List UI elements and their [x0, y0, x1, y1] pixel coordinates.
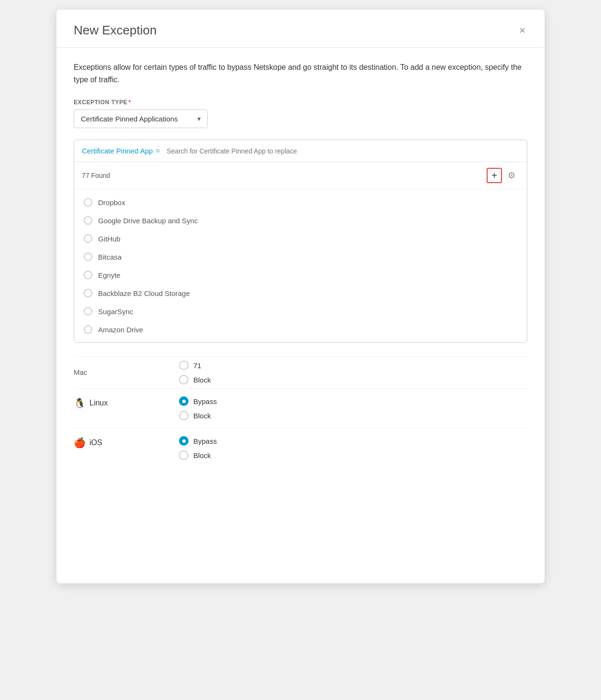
ios-block-row: Block	[179, 450, 217, 460]
linux-bypass-radio[interactable]	[179, 396, 189, 406]
description-text: Exceptions allow for certain types of tr…	[74, 61, 527, 86]
app-name-backblaze: Backblaze B2 Cloud Storage	[98, 289, 190, 297]
ios-bypass-row: Bypass	[179, 436, 217, 446]
search-input[interactable]	[163, 147, 519, 155]
app-name-bitcasa: Bitcasa	[98, 253, 122, 261]
linux-row: 🐧 Linux Bypass Block	[74, 388, 527, 428]
modal-container: New Exception × Exceptions allow for cer…	[56, 10, 545, 583]
list-item: Dropbox	[74, 193, 527, 211]
app-name-github: GitHub	[98, 235, 121, 243]
ios-block-label: Block	[193, 451, 211, 459]
required-indicator: *	[128, 99, 131, 106]
mac-label: Mac	[74, 368, 87, 376]
exception-type-field: EXCEPTION TYPE* Certificate Pinned Appli…	[74, 99, 527, 140]
mac-block-radio[interactable]	[179, 375, 189, 384]
mac-partial-value: 71	[193, 361, 201, 370]
linux-bypass-row: Bypass	[179, 396, 217, 406]
linux-platform-label: 🐧 Linux	[74, 396, 179, 409]
mac-partial-radio[interactable]	[179, 361, 189, 370]
ios-options: Bypass Block	[179, 436, 217, 460]
modal-header: New Exception ×	[56, 10, 545, 48]
radio-amazon-drive[interactable]	[84, 325, 92, 334]
list-item: Google Drive Backup and Sync	[74, 211, 527, 230]
list-toolbar: 77 Found + ⚙	[74, 162, 527, 189]
ios-block-radio[interactable]	[179, 450, 189, 460]
close-button[interactable]: ×	[517, 23, 527, 38]
list-item: Backblaze B2 Cloud Storage	[74, 284, 527, 302]
ios-bypass-label: Bypass	[193, 437, 217, 445]
apple-icon: 🍎	[74, 437, 86, 448]
settings-button[interactable]: ⚙	[504, 168, 519, 183]
found-count: 77 Found	[82, 172, 110, 179]
linux-options: Bypass Block	[179, 396, 217, 420]
mac-block-label: Block	[193, 376, 211, 384]
toolbar-actions: + ⚙	[487, 168, 519, 183]
app-name-egnyte: Egnyte	[98, 271, 121, 279]
search-container: Certificate Pinned App = 77 Found + ⚙	[74, 140, 527, 343]
exception-type-label: EXCEPTION TYPE*	[74, 99, 527, 106]
linux-label: Linux	[89, 399, 108, 407]
app-name-dropbox: Dropbox	[98, 198, 125, 207]
ios-row: 🍎 iOS Bypass Block	[74, 428, 527, 468]
list-item: GitHub	[74, 230, 527, 248]
gear-icon: ⚙	[508, 170, 515, 181]
radio-egnyte[interactable]	[84, 271, 92, 279]
modal-body: Exceptions allow for certain types of tr…	[56, 48, 545, 481]
mac-platform-label: Mac	[74, 368, 179, 377]
app-list-container: 77 Found + ⚙ Dropbox	[74, 162, 527, 342]
radio-dropbox[interactable]	[84, 198, 92, 207]
search-header: Certificate Pinned App =	[74, 140, 527, 162]
linux-block-label: Block	[193, 412, 211, 420]
exception-type-select[interactable]: Certificate Pinned Applications	[74, 109, 208, 128]
mac-partial-value-row: 71	[179, 361, 211, 370]
app-name-google-drive: Google Drive Backup and Sync	[98, 217, 198, 225]
ios-bypass-radio[interactable]	[179, 436, 189, 446]
linux-icon: 🐧	[74, 397, 86, 409]
radio-google-drive[interactable]	[84, 216, 92, 225]
radio-sugarsync[interactable]	[84, 307, 92, 316]
mac-block-row: Block	[179, 375, 211, 384]
modal-title: New Exception	[74, 23, 156, 38]
search-equals: =	[156, 147, 160, 155]
radio-backblaze[interactable]	[84, 289, 92, 297]
radio-github[interactable]	[84, 234, 92, 243]
list-item: SugarSync	[74, 302, 527, 320]
list-item: Amazon Drive	[74, 320, 527, 339]
linux-block-radio[interactable]	[179, 411, 189, 420]
ios-label: iOS	[89, 438, 102, 447]
app-name-sugarsync: SugarSync	[98, 307, 133, 316]
mac-partial-row: Mac 71 Block	[74, 356, 527, 388]
linux-bypass-label: Bypass	[193, 397, 217, 405]
mac-options: 71 Block	[179, 361, 211, 384]
ios-platform-label: 🍎 iOS	[74, 436, 179, 448]
list-item: Egnyte	[74, 266, 527, 284]
add-button[interactable]: +	[487, 168, 502, 183]
app-list: Dropbox Google Drive Backup and Sync Git…	[74, 189, 527, 342]
search-field-label: Certificate Pinned App	[82, 147, 153, 155]
platforms-section: Mac 71 Block 🐧 Linux	[74, 356, 527, 468]
list-item: Bitcasa	[74, 248, 527, 266]
linux-block-row: Block	[179, 411, 217, 420]
exception-type-select-wrapper: Certificate Pinned Applications ▼	[74, 109, 208, 128]
app-name-amazon-drive: Amazon Drive	[98, 326, 143, 334]
radio-bitcasa[interactable]	[84, 252, 92, 261]
